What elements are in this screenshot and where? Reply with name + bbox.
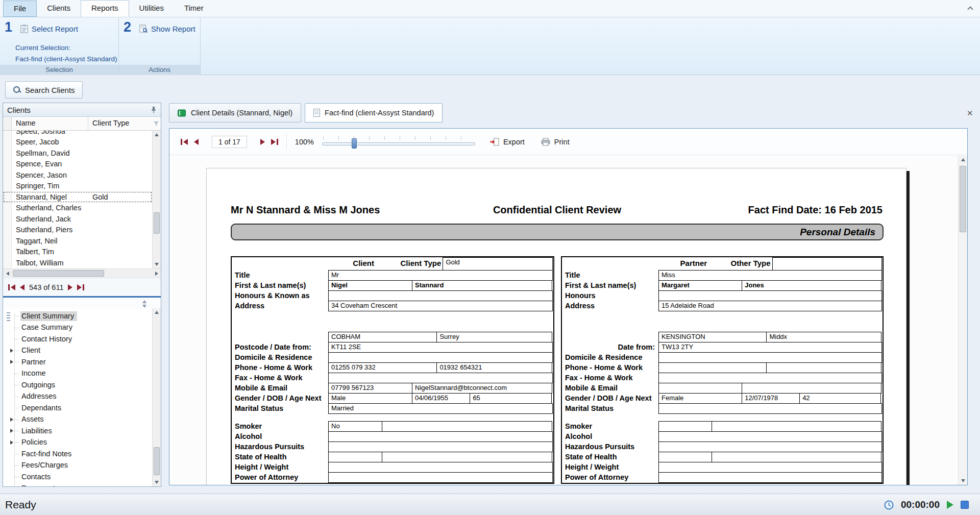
expand-icon[interactable] [10,429,13,433]
clients-panel: Clients Name Client Type Speed, Joshua S… [3,103,161,487]
tree-item-assets[interactable]: Assets [3,414,152,426]
last-record-button[interactable] [77,284,84,290]
scroll-down-button[interactable] [153,260,161,268]
table-row[interactable]: Spencer, Jason [3,169,152,181]
field-label: Mobile & Email [562,383,659,394]
table-row[interactable]: Speer, Jacob [3,137,152,148]
table-row[interactable]: Spence, Evan [3,159,152,170]
next-record-button[interactable] [68,284,72,290]
tree-item-documents[interactable]: Documents [3,483,152,487]
clients-grid-vertical-scrollbar[interactable] [152,131,161,268]
scroll-up-button[interactable] [153,308,161,316]
table-row[interactable]: Talbot, William [3,257,152,268]
previous-page-button[interactable] [194,139,199,145]
tab-timer[interactable]: Timer [174,1,214,17]
timer-play-button[interactable] [947,501,953,509]
select-report-button[interactable]: Select Report [20,24,78,33]
zoom-slider-thumb[interactable] [352,138,357,149]
export-button[interactable]: Export [489,138,525,146]
tree-vertical-scrollbar[interactable] [152,308,161,486]
splitter-collapse-icons[interactable] [142,300,146,308]
column-header-client-type[interactable]: Client Type [88,117,161,130]
last-page-button[interactable] [271,139,278,145]
clients-grid-horizontal-scrollbar[interactable] [3,268,161,278]
pin-icon[interactable] [151,106,157,113]
table-row[interactable]: Taggart, Neil [3,235,152,247]
tab-reports[interactable]: Reports [81,0,129,17]
tree-item-contact-history[interactable]: Contact History [3,333,152,345]
table-row[interactable]: Talbert, Tim [3,247,152,258]
tree-item-client[interactable]: Client [3,345,152,357]
previous-record-button[interactable] [20,284,24,290]
column-header-name[interactable]: Name [12,117,88,130]
field-label: State of Health [232,452,329,462]
ribbon-tab-bar: File Clients Reports Utilities Timer [0,0,980,17]
tree-item-policies[interactable]: Policies [3,437,152,449]
expand-icon[interactable] [10,360,13,364]
panel-splitter[interactable] [3,296,161,308]
next-icon [260,139,265,145]
tree-item-income[interactable]: Income [3,368,152,380]
filter-icon[interactable] [153,121,159,127]
group-footer-actions: Actions [119,65,200,75]
print-button[interactable]: Print [541,138,570,146]
tree-item-contacts[interactable]: Contacts [3,471,152,483]
first-page-button[interactable] [181,139,188,145]
expand-icon[interactable] [10,418,13,422]
field-label: Fax - Home & Work [562,373,659,383]
first-record-button[interactable] [8,284,15,290]
scrollbar-thumb[interactable] [960,166,966,232]
tab-file[interactable]: File [3,1,37,17]
zoom-slider[interactable] [322,135,475,149]
tree-item-fact-find-notes[interactable]: Fact-find Notes [3,448,152,460]
search-clients-button[interactable]: Search Clients [5,81,83,99]
tab-client-details[interactable]: Client Details (Stannard, Nigel) [169,103,301,122]
scroll-up-button[interactable] [959,156,967,164]
scrollbar-thumb[interactable] [154,212,160,234]
tab-fact-find[interactable]: Fact-find (client-Assyst Standard) [305,103,443,122]
scroll-down-button[interactable] [153,478,161,486]
tree-item-dependants[interactable]: Dependants [3,402,152,414]
scrollbar-thumb[interactable] [154,447,160,475]
tree-item-liabilities[interactable]: Liabilities [3,425,152,437]
tree-item-outgoings[interactable]: Outgoings [3,379,152,391]
field-label: Smoker [232,421,329,432]
field-label: Gender / DOB / Age Next [232,393,329,404]
tree-item-fees-charges[interactable]: Fees/Charges [3,460,152,472]
table-row-selected[interactable]: Stannard, NigelGold [3,191,152,203]
table-row[interactable]: Speed, Joshua [3,131,152,137]
scroll-up-button[interactable] [153,131,161,139]
collapse-ribbon-button[interactable] [966,5,975,12]
show-report-button[interactable]: Show Report [139,24,195,33]
field-value [658,403,882,414]
scroll-left-button[interactable] [3,269,12,278]
tree-item-addresses[interactable]: Addresses [3,391,152,403]
table-row[interactable]: Sutherland, Piers [3,225,152,236]
tree-item-client-summary[interactable]: Client Summary [3,310,152,322]
table-row[interactable]: Sutherland, Charles [3,203,152,214]
tree-item-case-summary[interactable]: Case Summary [3,322,152,334]
report-viewer: 1 of 17 100% Export [169,128,968,485]
last-icon [271,139,276,145]
field-value [658,462,882,473]
tree-item-partner[interactable]: Partner [3,356,152,368]
chevron-up-icon [967,6,973,12]
report-canvas[interactable]: Mr N Stannard & Miss M Jones Confidentia… [169,156,958,485]
next-page-button[interactable] [260,139,265,145]
page-indicator[interactable]: 1 of 17 [212,136,247,148]
timer-stop-button[interactable] [961,501,969,509]
field-label: Honours & Known as [232,290,329,301]
close-document-button[interactable]: ✕ [967,109,973,118]
scroll-right-button[interactable] [152,269,161,278]
tab-clients[interactable]: Clients [37,1,81,17]
table-row[interactable]: Sutherland, Jack [3,213,152,225]
table-row[interactable]: Spellman, David [3,148,152,159]
tab-utilities[interactable]: Utilities [129,1,174,17]
table-row[interactable]: Springer, Tim [3,181,152,192]
expand-icon[interactable] [10,349,13,353]
field-value [658,442,882,452]
expand-icon[interactable] [10,440,13,445]
scroll-down-button[interactable] [959,477,967,485]
viewer-vertical-scrollbar[interactable] [958,156,967,485]
scrollbar-thumb[interactable] [13,270,104,277]
